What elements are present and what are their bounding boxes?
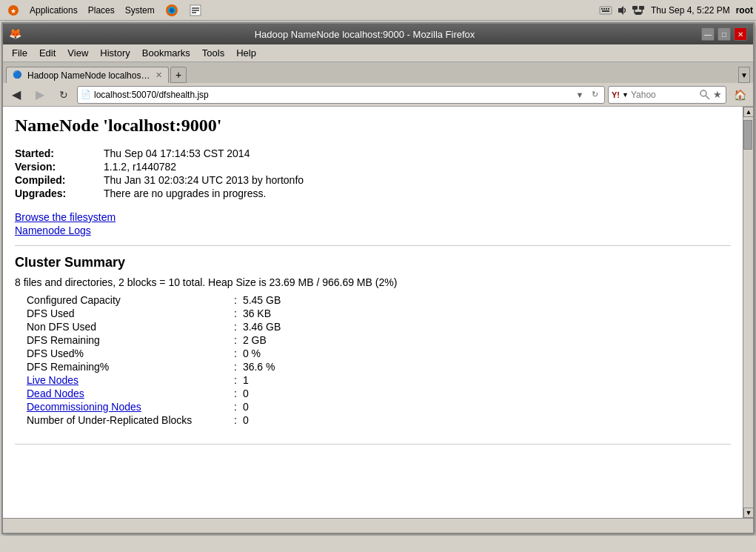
system-logo-icon: ★ bbox=[7, 4, 19, 16]
cluster-colon-6: : bbox=[234, 374, 237, 386]
upgrades-label: Upgrades: bbox=[15, 187, 104, 199]
started-value: Thu Sep 04 17:14:53 CST 2014 bbox=[104, 147, 250, 159]
scroll-track[interactable] bbox=[743, 117, 753, 508]
cluster-label-3: DFS Remaining bbox=[27, 334, 234, 346]
taskbar-applications[interactable]: Applications bbox=[25, 4, 82, 17]
cluster-summary-title: Cluster Summary bbox=[15, 255, 731, 270]
vertical-scrollbar[interactable]: ▲ ▼ bbox=[743, 107, 753, 518]
upgrades-value: There are no upgrades in progress. bbox=[104, 187, 266, 199]
menu-bookmarks[interactable]: Bookmarks bbox=[136, 46, 196, 60]
search-input[interactable] bbox=[631, 90, 698, 100]
bottom-divider bbox=[15, 444, 731, 445]
system-label: System bbox=[125, 5, 155, 16]
cluster-value-5: 36.6 % bbox=[243, 361, 275, 373]
close-button[interactable]: ✕ bbox=[734, 27, 747, 41]
cluster-value-3: 2 GB bbox=[243, 334, 267, 346]
version-value: 1.1.2, r1440782 bbox=[104, 161, 176, 173]
svg-marker-15 bbox=[618, 6, 623, 15]
cluster-colon-4: : bbox=[234, 348, 237, 359]
navigation-bar: ◀ ▶ ↻ 📄 ▼ ↻ Y! ▼ ★ 🏠 bbox=[3, 83, 753, 107]
keyboard-icon bbox=[599, 4, 612, 17]
tab-bar: 🔵 Hadoop NameNode localhost:9... ✕ + ▼ bbox=[3, 62, 753, 83]
cluster-value-2: 3.46 GB bbox=[243, 321, 281, 333]
cluster-row-6: Live Nodes : 1 bbox=[27, 374, 731, 386]
system-user: root bbox=[736, 5, 753, 16]
tab-close-button[interactable]: ✕ bbox=[155, 70, 162, 80]
svg-rect-10 bbox=[601, 8, 603, 10]
places-label: Places bbox=[88, 5, 115, 16]
scroll-down-button[interactable]: ▼ bbox=[743, 508, 753, 518]
scroll-up-button[interactable]: ▲ bbox=[743, 107, 753, 117]
search-submit-icon[interactable] bbox=[700, 88, 710, 102]
svg-rect-11 bbox=[603, 8, 605, 10]
cluster-row-4: DFS Used% : 0 % bbox=[27, 348, 731, 359]
cluster-label-5: DFS Remaining% bbox=[27, 361, 234, 373]
svg-rect-12 bbox=[606, 8, 607, 10]
status-bar bbox=[3, 518, 753, 533]
home-button[interactable]: 🏠 bbox=[729, 85, 750, 104]
decommissioning-nodes-link[interactable]: Decommissioning Nodes bbox=[27, 401, 234, 413]
menu-file[interactable]: File bbox=[6, 46, 33, 60]
minimize-button[interactable]: — bbox=[701, 27, 715, 41]
cluster-label-9: Number of Under-Replicated Blocks bbox=[27, 414, 234, 426]
search-engine-chevron[interactable]: ▼ bbox=[622, 91, 629, 99]
taskbar-places[interactable]: Places bbox=[84, 4, 119, 17]
menu-tools[interactable]: Tools bbox=[196, 46, 230, 60]
system-datetime: Thu Sep 4, 5:22 PM bbox=[651, 5, 730, 16]
cluster-colon-9: : bbox=[234, 414, 237, 426]
taskbar-system[interactable]: System bbox=[121, 4, 159, 17]
cluster-colon-8: : bbox=[234, 401, 237, 413]
menu-edit[interactable]: Edit bbox=[33, 46, 61, 60]
cluster-value-7: 0 bbox=[243, 388, 249, 399]
address-dropdown-button[interactable]: ▼ bbox=[573, 88, 586, 102]
search-icon bbox=[700, 90, 710, 100]
back-button[interactable]: ◀ bbox=[6, 85, 27, 104]
system-tray-icons bbox=[599, 4, 645, 17]
firefox-titlebar-icon: 🦊 bbox=[9, 27, 22, 41]
notes-icon bbox=[189, 4, 202, 17]
cluster-colon-3: : bbox=[234, 334, 237, 346]
scroll-thumb[interactable] bbox=[743, 120, 752, 150]
menu-bar: File Edit View History Bookmarks Tools H… bbox=[3, 44, 753, 62]
forward-button[interactable]: ▶ bbox=[30, 85, 50, 104]
namenode-logs-link[interactable]: Namenode Logs bbox=[15, 225, 731, 236]
info-row-version: Version: 1.1.2, r1440782 bbox=[15, 161, 731, 173]
svg-text:★: ★ bbox=[10, 7, 16, 15]
info-row-upgrades: Upgrades: There are no upgrades in progr… bbox=[15, 187, 731, 199]
section-divider bbox=[15, 245, 731, 246]
firefox-titlebar: 🦊 Hadoop NameNode localhost:9000 - Mozil… bbox=[3, 24, 753, 44]
menu-view[interactable]: View bbox=[61, 46, 94, 60]
firefox-window-title: Hadoop NameNode localhost:9000 - Mozilla… bbox=[28, 29, 701, 40]
restore-button[interactable]: □ bbox=[717, 27, 731, 41]
browse-filesystem-link[interactable]: Browse the filesystem bbox=[15, 211, 731, 223]
firefox-window: 🦊 Hadoop NameNode localhost:9000 - Mozil… bbox=[1, 22, 755, 534]
search-bookmarks-button[interactable]: ★ bbox=[712, 88, 723, 102]
menu-help[interactable]: Help bbox=[230, 46, 262, 60]
taskbar-left: ★ Applications Places System bbox=[3, 2, 207, 19]
tab-scroll-button[interactable]: ▼ bbox=[738, 67, 750, 83]
firefox-taskbar-icon[interactable] bbox=[161, 2, 183, 19]
svg-rect-16 bbox=[632, 6, 638, 10]
dead-nodes-link[interactable]: Dead Nodes bbox=[27, 388, 234, 399]
window-controls: — □ ✕ bbox=[701, 27, 747, 41]
reload-button[interactable]: ↻ bbox=[53, 85, 74, 104]
cluster-row-7: Dead Nodes : 0 bbox=[27, 388, 731, 399]
cluster-value-9: 0 bbox=[243, 414, 249, 426]
network-icon bbox=[632, 4, 645, 17]
live-nodes-link[interactable]: Live Nodes bbox=[27, 374, 234, 386]
cluster-row-3: DFS Remaining : 2 GB bbox=[27, 334, 731, 346]
new-tab-button[interactable]: + bbox=[170, 67, 187, 83]
address-bar-container: 📄 ▼ ↻ bbox=[77, 86, 605, 104]
notes-taskbar-icon[interactable] bbox=[184, 2, 207, 19]
info-row-started: Started: Thu Sep 04 17:14:53 CST 2014 bbox=[15, 147, 731, 159]
page-title: NameNode 'localhost:9000' bbox=[15, 116, 731, 136]
current-tab[interactable]: 🔵 Hadoop NameNode localhost:9... ✕ bbox=[6, 67, 169, 83]
address-input[interactable] bbox=[94, 90, 573, 100]
cluster-value-6: 1 bbox=[243, 374, 249, 386]
cluster-value-4: 0 % bbox=[243, 348, 261, 359]
firefox-icon bbox=[165, 4, 178, 17]
svg-rect-14 bbox=[602, 10, 609, 12]
cluster-value-1: 36 KB bbox=[243, 307, 271, 319]
menu-history[interactable]: History bbox=[94, 46, 136, 60]
go-button[interactable]: ↻ bbox=[588, 88, 601, 102]
